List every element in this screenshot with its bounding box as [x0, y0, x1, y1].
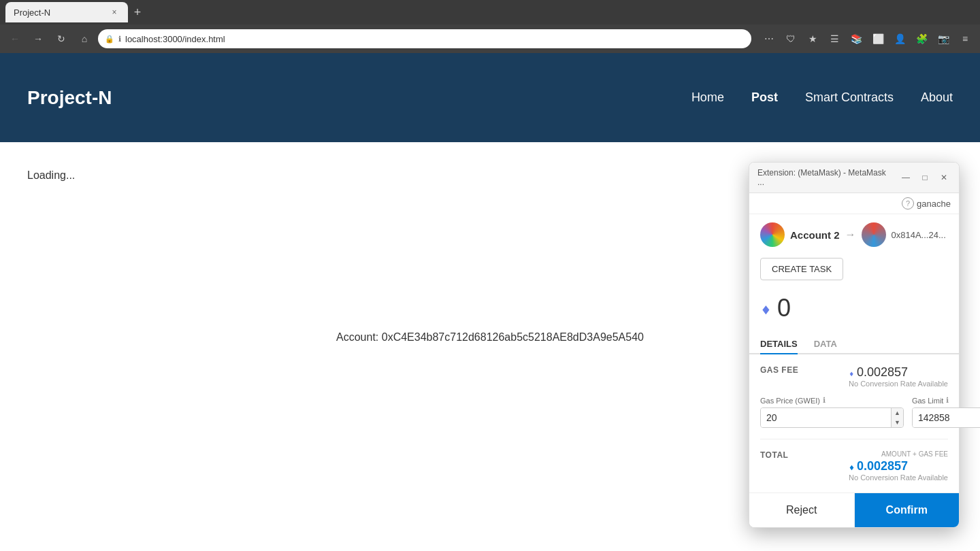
- refresh-button[interactable]: ↻: [52, 29, 71, 48]
- nav-about[interactable]: About: [921, 90, 953, 105]
- gas-inputs-row: Gas Price (GWEI) ℹ ▲ ▼: [760, 396, 948, 428]
- nav-smart-contracts[interactable]: Smart Contracts: [805, 90, 894, 105]
- gas-fee-amount: 0.002857: [857, 365, 908, 380]
- total-value-col: AMOUNT + GAS FEE ⬧ 0.002857 No Conversio…: [849, 450, 948, 482]
- gas-fee-eth-icon: ⬧: [849, 367, 854, 378]
- eth-amount-row: ⬧ 0: [749, 288, 959, 333]
- account-to-icon: [862, 222, 886, 247]
- gas-limit-info-icon[interactable]: ℹ: [946, 396, 949, 405]
- modal-close-button[interactable]: ✕: [937, 171, 951, 184]
- help-icon[interactable]: ?: [902, 197, 914, 210]
- gas-price-label: Gas Price (GWEI) ℹ: [760, 396, 904, 405]
- gas-fee-value: ⬧ 0.002857: [849, 365, 948, 380]
- gas-fee-row: GAS FEE ⬧ 0.002857 No Conversion Rate Av…: [760, 365, 948, 388]
- bookmark-button[interactable]: ★: [803, 29, 822, 48]
- gas-price-info-icon[interactable]: ℹ: [823, 396, 826, 405]
- modal-maximize-button[interactable]: □: [918, 171, 932, 184]
- gas-price-spinner: ▲ ▼: [891, 408, 903, 427]
- reject-button[interactable]: Reject: [749, 493, 855, 527]
- camera-button[interactable]: 📷: [934, 29, 953, 48]
- address-input[interactable]: [125, 34, 745, 44]
- total-amount: 0.002857: [857, 459, 908, 473]
- new-tab-button[interactable]: +: [128, 3, 147, 22]
- gas-price-up-button[interactable]: ▲: [892, 408, 903, 418]
- shield-button[interactable]: 🛡: [781, 29, 800, 48]
- addon-button[interactable]: 🧩: [912, 29, 931, 48]
- create-task-button[interactable]: CREATE TASK: [760, 258, 843, 280]
- home-button[interactable]: ⌂: [75, 29, 94, 48]
- gas-price-input-wrapper: ▲ ▼: [760, 407, 904, 428]
- reader-button[interactable]: ☰: [825, 29, 844, 48]
- site-nav: Home Post Smart Contracts About: [691, 90, 953, 105]
- extensions-button[interactable]: ≡: [956, 29, 975, 48]
- active-tab[interactable]: Project-N ×: [5, 2, 128, 22]
- amount-gas-label: AMOUNT + GAS FEE: [849, 450, 948, 458]
- gas-price-down-button[interactable]: ▼: [892, 418, 903, 427]
- account-from-name: Account 2: [790, 229, 840, 241]
- modal-body: GAS FEE ⬧ 0.002857 No Conversion Rate Av…: [749, 354, 959, 492]
- toolbar-right: ⋯ 🛡 ★ ☰ 📚 ⬜ 👤 🧩 📷 ≡: [760, 29, 975, 48]
- metamask-modal: Extension: (MetaMask) - MetaMask ... — □…: [749, 162, 960, 528]
- tab-close-button[interactable]: ×: [109, 7, 120, 18]
- gas-limit-input[interactable]: [913, 408, 980, 427]
- gas-limit-label: Gas Limit ℹ: [912, 396, 980, 405]
- tab-details[interactable]: DETAILS: [760, 333, 798, 354]
- info-icon: ℹ: [118, 35, 121, 44]
- tab-title: Project-N: [14, 7, 50, 18]
- forward-button[interactable]: →: [29, 29, 48, 48]
- total-value: ⬧ 0.002857: [849, 459, 948, 473]
- account-to-address: 0x814A...24...: [892, 230, 946, 240]
- back-button[interactable]: ←: [5, 29, 24, 48]
- synced-tabs-button[interactable]: 📚: [847, 29, 866, 48]
- tab-data[interactable]: DATA: [814, 333, 837, 354]
- confirm-button[interactable]: Confirm: [855, 493, 960, 527]
- gas-price-group: Gas Price (GWEI) ℹ ▲ ▼: [760, 396, 904, 428]
- container-button[interactable]: ⬜: [868, 29, 887, 48]
- total-label: TOTAL: [760, 450, 788, 460]
- eth-amount-value: 0: [777, 294, 791, 322]
- eth-diamond-icon: ⬧: [760, 297, 772, 319]
- site-header: Project-N Home Post Smart Contracts Abou…: [0, 53, 980, 142]
- total-eth-icon: ⬧: [849, 461, 854, 472]
- divider: [760, 439, 948, 439]
- gas-fee-no-conversion: No Conversion Rate Available: [849, 380, 948, 388]
- nav-post[interactable]: Post: [751, 90, 778, 105]
- gas-limit-input-wrapper: ▲ ▼: [912, 407, 980, 428]
- browser-toolbar: ← → ↻ ⌂ 🔒 ℹ ⋯ 🛡 ★ ☰ 📚 ⬜ 👤 🧩 📷 ≡: [0, 24, 980, 53]
- account-row: Account 2 → 0x814A...24...: [749, 214, 959, 255]
- modal-tabs: DETAILS DATA: [749, 333, 959, 354]
- security-icon: 🔒: [105, 35, 114, 44]
- more-button[interactable]: ⋯: [760, 29, 779, 48]
- gas-limit-group: Gas Limit ℹ ▲ ▼: [912, 396, 980, 428]
- modal-minimize-button[interactable]: —: [899, 171, 913, 184]
- modal-titlebar: Extension: (MetaMask) - MetaMask ... — □…: [749, 163, 959, 193]
- browser-content: Project-N Home Post Smart Contracts Abou…: [0, 53, 980, 551]
- address-bar-container: 🔒 ℹ: [98, 29, 751, 48]
- gas-fee-value-col: ⬧ 0.002857 No Conversion Rate Available: [849, 365, 948, 388]
- total-no-conversion: No Conversion Rate Available: [849, 473, 948, 482]
- gas-price-input[interactable]: [761, 408, 891, 427]
- gas-fee-label: GAS FEE: [760, 365, 798, 375]
- nav-home[interactable]: Home: [691, 90, 724, 105]
- site-logo: Project-N: [27, 87, 691, 109]
- profile-button[interactable]: 👤: [890, 29, 909, 48]
- modal-title: Extension: (MetaMask) - MetaMask ...: [757, 168, 894, 187]
- tab-bar: Project-N × +: [0, 0, 980, 24]
- network-bar: ? ganache: [749, 193, 959, 214]
- total-row: TOTAL AMOUNT + GAS FEE ⬧ 0.002857 No Con…: [760, 450, 948, 482]
- account-from-icon: [760, 222, 785, 247]
- network-name: ganache: [917, 199, 951, 209]
- modal-actions: Reject Confirm: [749, 492, 959, 527]
- account-arrow-icon: →: [845, 229, 856, 241]
